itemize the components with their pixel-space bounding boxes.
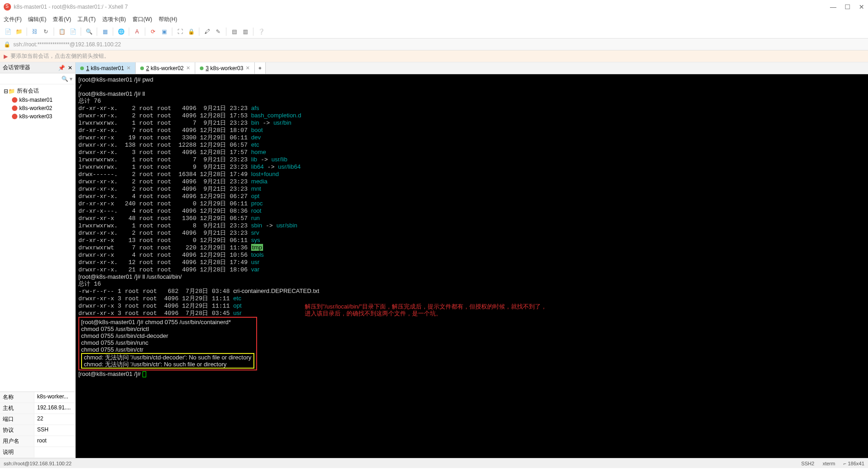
statusbar: ssh://root@192.168.91.100:22 SSH2 xterm …	[0, 458, 868, 468]
search-icon[interactable]: 🔍	[85, 28, 93, 36]
props-label: 说明	[0, 447, 34, 458]
host-label: k8s-worker02	[19, 105, 52, 111]
props-row: 用户名root	[0, 436, 75, 447]
tab-close-icon[interactable]: ✕	[186, 65, 190, 71]
props-label: 用户名	[0, 436, 34, 447]
props-row: 名称k8s-worker...	[0, 392, 75, 403]
status-protocol: SSH2	[801, 461, 814, 466]
props-label: 端口	[0, 414, 34, 425]
props-row: 主机192.168.91....	[0, 403, 75, 414]
lock-icon[interactable]: 🔒	[187, 28, 195, 36]
sidebar-close-icon[interactable]: ✕	[68, 65, 72, 71]
host-icon	[12, 97, 17, 103]
menu-tools[interactable]: 工具(T)	[77, 16, 95, 23]
compose-icon[interactable]: ✎	[214, 28, 222, 36]
tree-host-worker02[interactable]: k8s-worker02	[2, 104, 73, 112]
menubar: 文件(F) 编辑(E) 查看(V) 工具(T) 选项卡(B) 窗口(W) 帮助(…	[0, 14, 868, 25]
globe-icon[interactable]: 🌐	[117, 28, 125, 36]
highlight-icon[interactable]: 🖍	[203, 28, 211, 36]
tab-k8s-worker03[interactable]: 3 k8s-worker03✕	[195, 62, 255, 74]
host-icon	[12, 114, 17, 119]
session-manager-sidebar: 会话管理器 📌 ✕ 🔍 ▾ ⊟ 📁 所有会话 k8s-master01 k8s-…	[0, 62, 76, 458]
host-label: k8s-worker03	[19, 113, 52, 120]
annotation-text: 解压到"/usr/local/bin/"目录下面，解压完成后，提示文件都有，但授…	[305, 303, 547, 317]
layout-icon[interactable]: ▦	[101, 28, 109, 36]
new-session-icon[interactable]: 📄	[4, 28, 12, 36]
refresh-icon[interactable]: ⟳	[149, 28, 157, 36]
ssl-lock-icon: 🔒	[4, 41, 11, 48]
tab-label: 2 k8s-worker02	[146, 65, 184, 72]
window-title: k8s-master01 - root@k8s-master01:/ - Xsh…	[14, 4, 830, 10]
address-text[interactable]: ssh://root:***************@192.168.91.10…	[13, 41, 121, 48]
copy-icon[interactable]: 📋	[58, 28, 66, 36]
infobar-text: 要添加当前会话，点击左侧的箭头按钮。	[11, 52, 110, 60]
tab-label: 1 k8s-master01	[86, 65, 124, 72]
props-value: SSH	[34, 425, 75, 436]
host-icon	[12, 105, 17, 111]
props-label: 主机	[0, 403, 34, 414]
infobar: ▶ 要添加当前会话，点击左侧的箭头按钮。	[0, 50, 868, 62]
session-tree: ⊟ 📁 所有会话 k8s-master01 k8s-worker02 k8s-w…	[0, 84, 75, 392]
tab-k8s-master01[interactable]: 1 k8s-master01✕	[76, 62, 136, 74]
props-label: 名称	[0, 392, 34, 403]
tab-k8s-worker02[interactable]: 2 k8s-worker02✕	[136, 62, 195, 74]
open-icon[interactable]: 📁	[15, 28, 23, 36]
menu-window[interactable]: 窗口(W)	[132, 16, 152, 23]
connect-icon[interactable]: ⛓	[31, 28, 39, 36]
session-properties: 名称k8s-worker...主机192.168.91....端口22协议SSH…	[0, 392, 75, 458]
props-row: 端口22	[0, 414, 75, 425]
font-icon[interactable]: A	[133, 28, 141, 36]
folder-icon: 📁	[8, 88, 15, 94]
props-value: root	[34, 436, 75, 447]
host-label: k8s-master01	[19, 97, 53, 103]
minimize-button[interactable]: —	[830, 3, 836, 11]
sidebar-search[interactable]: 🔍 ▾	[0, 73, 75, 84]
tab-label: 3 k8s-worker03	[206, 65, 243, 72]
close-button[interactable]: ✕	[859, 3, 864, 11]
menu-file[interactable]: 文件(F)	[4, 16, 22, 23]
menu-tabs[interactable]: 选项卡(B)	[102, 16, 126, 23]
status-dot-icon	[200, 66, 203, 70]
tab-add-button[interactable]: +	[255, 62, 266, 74]
flag-icon: ▶	[4, 53, 8, 60]
stop-icon[interactable]: ▣	[160, 28, 168, 36]
props-value: k8s-worker...	[34, 392, 75, 403]
help-icon[interactable]: ❔	[257, 28, 265, 36]
pin-icon[interactable]: 📌	[58, 65, 65, 71]
status-dot-icon	[80, 66, 84, 70]
menu-view[interactable]: 查看(V)	[53, 16, 71, 23]
tree-host-worker03[interactable]: k8s-worker03	[2, 112, 73, 121]
props-label: 协议	[0, 425, 34, 436]
maximize-button[interactable]: ☐	[845, 3, 851, 11]
fullscreen-icon[interactable]: ⛶	[176, 28, 184, 36]
props-row: 说明	[0, 447, 75, 458]
app-icon	[4, 3, 11, 11]
sidebar-title: 会话管理器	[3, 64, 30, 72]
status-size: ⌐ 186x41	[843, 461, 864, 466]
props-row: 协议SSH	[0, 425, 75, 436]
terminal[interactable]: [root@k8s-master01 /]# pwd / [root@k8s-m…	[76, 74, 868, 458]
collapse-icon[interactable]: ⊟	[4, 88, 8, 94]
paste-icon[interactable]: 📄	[69, 28, 77, 36]
tree-root[interactable]: ⊟ 📁 所有会话	[2, 86, 73, 96]
reconnect-icon[interactable]: ↻	[42, 28, 50, 36]
status-term: xterm	[823, 461, 835, 466]
tile-icon[interactable]: ▤	[230, 28, 238, 36]
toolbar: 📄 📁 ⛓ ↻ 📋 📄 🔍 ▦ 🌐 A ⟳ ▣ ⛶ 🔒 🖍 ✎ ▤ ▥ ❔	[0, 25, 868, 39]
sidebar-header: 会话管理器 📌 ✕	[0, 62, 75, 73]
tab-close-icon[interactable]: ✕	[246, 65, 250, 71]
props-value: 22	[34, 414, 75, 425]
menu-edit[interactable]: 编辑(E)	[28, 16, 46, 23]
addressbar: 🔒 ssh://root:***************@192.168.91.…	[0, 39, 868, 50]
session-tabs: 1 k8s-master01✕2 k8s-worker02✕3 k8s-work…	[76, 62, 868, 74]
status-dot-icon	[140, 66, 144, 70]
menu-help[interactable]: 帮助(H)	[159, 16, 177, 23]
tree-host-master01[interactable]: k8s-master01	[2, 96, 73, 104]
titlebar: k8s-master01 - root@k8s-master01:/ - Xsh…	[0, 0, 868, 14]
cascade-icon[interactable]: ▥	[241, 28, 249, 36]
tab-close-icon[interactable]: ✕	[126, 65, 131, 71]
props-value: 192.168.91....	[34, 403, 75, 414]
status-connection: ssh://root@192.168.91.100:22	[4, 461, 71, 466]
tree-root-label: 所有会话	[17, 87, 39, 95]
props-value	[34, 447, 75, 458]
